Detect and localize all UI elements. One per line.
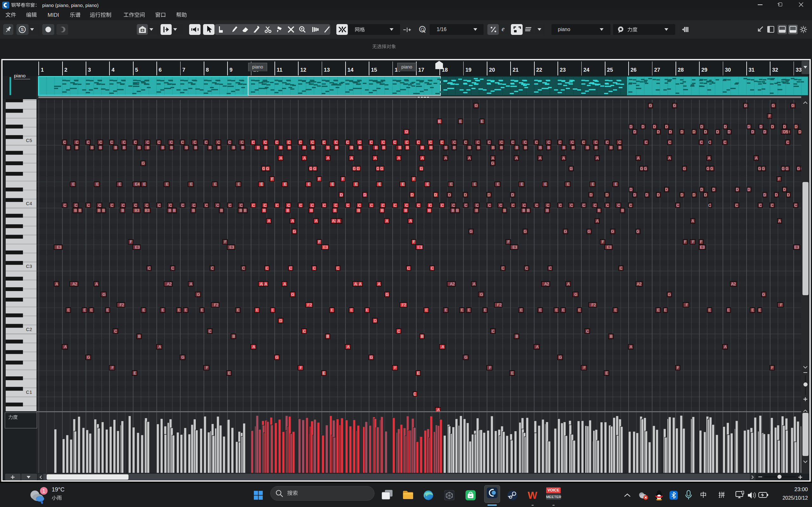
svg-text:G: G [262,166,265,171]
svg-text:E: E [751,308,754,312]
svg-text:D: D [680,130,683,134]
svg-text:C: C [464,203,467,208]
svg-text:A: A [567,282,570,286]
svg-text:E: E [162,308,164,312]
svg-text:C: C [708,140,711,145]
svg-text:A: A [637,156,640,160]
svg-text:G: G [524,229,527,234]
svg-text:D: D [751,130,754,134]
svg-text:C: C [464,140,467,145]
svg-text:C1: C1 [26,389,32,395]
svg-text:E: E [96,182,99,186]
svg-text:D: D [727,130,730,134]
svg-text:C: C [99,140,102,145]
svg-text:B: B [240,208,242,213]
svg-text:B: B [138,334,141,339]
svg-text:C: C [759,203,762,208]
svg-text:D: D [633,193,636,197]
svg-text:G: G [376,166,379,171]
svg-text:B: B [102,208,105,213]
svg-text:C: C [617,203,620,208]
svg-text:G: G [744,103,747,108]
svg-text:E: E [417,371,419,376]
svg-text:A: A [630,345,632,349]
svg-text:C: C [193,203,196,208]
svg-text:E: E [709,308,711,312]
svg-text:E: E [450,182,453,186]
svg-text:E: E [425,308,428,312]
svg-text:B: B [595,146,598,150]
svg-text:A: A [265,282,267,286]
svg-text:G: G [564,229,567,234]
svg-text:F2: F2 [307,303,312,307]
svg-text:C: C [75,203,78,208]
svg-text:D: D [590,193,593,197]
svg-text:G: G [386,292,389,297]
svg-text:B: B [453,146,456,150]
svg-text:C: C [170,140,173,145]
svg-text:C: C [205,140,207,145]
svg-text:D: D [411,193,414,197]
svg-text:C: C [582,203,586,208]
svg-text:D: D [712,187,715,192]
svg-text:D: D [700,125,703,129]
svg-text:G: G [792,103,794,108]
svg-text:B: B [265,146,267,150]
svg-text:C: C [123,140,125,145]
svg-text:C: C [406,203,408,208]
svg-text:F: F [271,177,273,181]
svg-text:B: B [405,208,407,213]
svg-text:F: F [778,177,780,181]
svg-text:C: C [63,140,66,145]
svg-text:D: D [771,125,774,129]
svg-text:D5: D5 [783,130,788,134]
svg-text:F2: F2 [592,303,596,307]
svg-text:A: A [291,219,294,223]
svg-text:B: B [192,208,195,213]
svg-text:B: B [527,208,529,213]
svg-text:E: E [445,308,447,312]
svg-text:E3: E3 [607,245,612,249]
svg-text:B: B [428,208,430,213]
svg-text:C: C [406,140,409,145]
svg-text:C: C [429,140,432,145]
svg-text:C: C [134,203,137,208]
svg-text:A: A [64,345,67,349]
svg-text:B: B [383,146,385,150]
svg-text:C: C [559,203,562,208]
svg-text:C: C [708,203,711,208]
svg-text:C: C [500,203,502,208]
svg-text:F: F [112,365,114,370]
svg-text:D: D [787,193,790,197]
svg-text:D: D [646,193,648,197]
svg-text:C: C [594,203,597,208]
svg-text:E: E [107,308,109,312]
svg-text:C: C [147,140,149,145]
svg-text:B: B [548,146,550,150]
svg-text:C: C [595,140,598,145]
svg-text:F: F [413,177,415,181]
svg-text:C4: C4 [26,201,32,206]
svg-text:E3: E3 [794,245,799,249]
svg-text:B: B [310,208,313,213]
svg-text:C: C [242,266,245,271]
svg-text:B: B [170,146,173,150]
svg-text:C: C [182,203,184,208]
svg-text:F: F [700,240,702,244]
svg-text:G: G [785,166,788,171]
svg-text:C: C [171,266,174,271]
svg-text:C: C [676,203,679,208]
svg-text:A: A [668,156,671,160]
svg-text:C: C [111,203,114,208]
svg-text:E: E [426,182,429,186]
svg-text:B: B [263,208,266,213]
svg-text:B: B [546,208,549,213]
svg-text:G: G [470,229,472,234]
svg-text:B: B [452,208,454,213]
svg-text:E: E [459,119,462,124]
svg-text:B: B [67,146,70,150]
svg-text:G: G [87,355,90,359]
svg-text:B: B [503,208,506,213]
svg-text:F: F [507,240,510,244]
svg-text:C: C [346,140,349,145]
